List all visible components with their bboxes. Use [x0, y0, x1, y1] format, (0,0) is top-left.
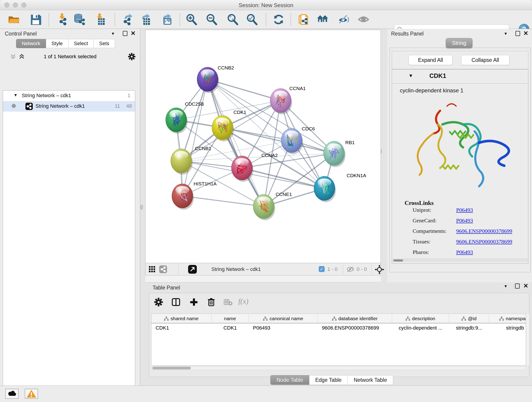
results-hscrollbar[interactable] — [393, 259, 528, 262]
node-CCNB1[interactable] — [171, 149, 193, 175]
node-label-CCNE1: CCNE1 — [276, 191, 292, 197]
table-cell[interactable]: stringdb:9... — [449, 323, 489, 332]
table-hscrollbar-thumb[interactable] — [152, 367, 191, 370]
gene-section-header[interactable]: ▼ CDK1 — [392, 70, 528, 84]
detach-view-icon[interactable] — [188, 265, 197, 274]
node-CDC25B[interactable] — [166, 108, 188, 134]
expand-all-button[interactable]: Expand All — [409, 55, 452, 65]
selected-nodes-checkbox[interactable]: ✓ — [319, 266, 325, 272]
tab-network[interactable]: Network — [16, 39, 46, 48]
column-header-description[interactable]: description — [392, 314, 449, 323]
control-panel-close-icon[interactable]: ✕ — [131, 31, 136, 36]
tab-node-table[interactable]: Node Table — [270, 375, 309, 385]
edge-CCNB2-CCNE1[interactable] — [208, 79, 264, 206]
tab-style[interactable]: Style — [46, 39, 69, 48]
network-options-gear-icon[interactable] — [128, 53, 136, 61]
collection-expander-icon[interactable]: ▼ — [13, 93, 18, 98]
table-cell[interactable]: 9606.ENSP00000378699 — [318, 323, 392, 332]
edge-CDK1-RB1[interactable] — [222, 128, 334, 153]
node-CDK1[interactable] — [212, 115, 234, 141]
hide-selected-icon[interactable] — [337, 13, 350, 26]
column-header-namespace[interactable]: namespace — [489, 314, 526, 323]
delete-column-trash-icon[interactable] — [207, 298, 216, 307]
column-header-canonicalname[interactable]: canonical name — [249, 314, 318, 323]
node-CDKN1A[interactable] — [314, 176, 336, 202]
gene-description: cyclin-dependent kinase 1 — [400, 87, 463, 94]
open-session-icon[interactable] — [7, 13, 20, 26]
node-HIST1H1A[interactable] — [172, 184, 194, 210]
column-header-name[interactable]: name — [211, 314, 249, 323]
results-hscrollbar-thumb[interactable] — [393, 259, 403, 262]
table-options-gear-icon[interactable] — [154, 298, 163, 307]
add-column-icon[interactable] — [189, 298, 198, 307]
network-row-selected[interactable]: String Network – cdk1 11 48 — [3, 101, 135, 112]
show-columns-icon[interactable] — [171, 298, 181, 307]
results-panel-menu-icon[interactable]: ▾ — [505, 31, 507, 36]
edge-CCNB2-HIST1H1A[interactable] — [182, 79, 208, 196]
node-CCNE1[interactable] — [253, 194, 275, 220]
table-panel-close-icon[interactable]: ✕ — [523, 283, 528, 288]
gene-expander-icon[interactable]: ▼ — [409, 73, 413, 78]
tab-edge-table[interactable]: Edge Table — [309, 375, 348, 385]
tab-network-table[interactable]: Network Table — [348, 375, 393, 385]
results-panel-float-icon[interactable] — [515, 31, 520, 36]
column-header-sharedname[interactable]: shared name — [152, 314, 211, 323]
share-view-icon[interactable] — [159, 265, 167, 273]
cloud-button[interactable] — [5, 389, 19, 399]
table-hscrollbar[interactable] — [151, 366, 526, 370]
table-cell[interactable]: cyclin-dependent ... — [392, 323, 449, 332]
show-all-networks-icon[interactable] — [316, 13, 329, 26]
edge-CCNE1-HIST1H1A[interactable] — [182, 196, 264, 206]
node-label-CDK1: CDK1 — [234, 109, 246, 115]
crosslink-link[interactable]: 9606.ENSP00000378699 — [456, 239, 512, 245]
node-CCNA2[interactable] — [231, 156, 253, 182]
results-panel-close-icon[interactable]: ✕ — [523, 31, 528, 36]
tab-select[interactable]: Select — [69, 39, 94, 48]
function-builder-icon[interactable]: f(x) — [238, 297, 248, 306]
zoom-selected-icon[interactable] — [245, 13, 259, 26]
export-network-icon[interactable] — [122, 13, 135, 26]
import-network-database-icon[interactable] — [73, 13, 86, 26]
network-canvas[interactable]: CCNB2CCNA1CDC25BCDK1CDC6RB1CCNB1CCNA2CDK… — [145, 30, 381, 263]
node-CDC6[interactable] — [281, 128, 303, 154]
copy-style-icon[interactable] — [297, 13, 310, 26]
node-table[interactable]: shared namenamecanonical namedatabase id… — [151, 313, 526, 366]
apply-layout-icon[interactable] — [272, 13, 285, 26]
table-cell[interactable]: CDK1 — [152, 323, 211, 332]
table-cell[interactable]: stringdb — [489, 323, 526, 332]
table-cell[interactable]: CDK1 — [211, 323, 249, 332]
crosslink-link[interactable]: P06493 — [456, 249, 473, 255]
hidden-eye-icon[interactable] — [346, 266, 355, 273]
left-splitter-handle[interactable] — [140, 205, 143, 210]
crosslink-link[interactable]: P06493 — [456, 207, 473, 213]
collapse-all-button[interactable]: Collapse All — [461, 55, 509, 65]
zoom-in-icon[interactable] — [185, 13, 198, 26]
table-vscrollbar[interactable] — [526, 313, 529, 366]
birdseye-crosshair-icon[interactable] — [375, 265, 384, 274]
table-panel-menu-icon[interactable]: ▾ — [505, 283, 507, 289]
export-image-icon[interactable] — [160, 13, 173, 26]
import-network-file-icon[interactable] — [56, 13, 69, 26]
crosslink-link[interactable]: P06493 — [456, 217, 473, 224]
column-header-databaseidentifier[interactable]: database identifier — [318, 314, 392, 323]
control-panel-float-icon[interactable] — [123, 31, 127, 36]
zoom-fit-icon[interactable] — [226, 13, 239, 26]
column-header-id[interactable]: @id — [449, 314, 489, 323]
node-RB1[interactable] — [323, 141, 346, 167]
tab-string[interactable]: String — [446, 38, 472, 48]
node-CCNA1[interactable] — [270, 89, 292, 114]
warnings-button[interactable] — [25, 389, 38, 399]
table-panel-float-icon[interactable] — [515, 283, 520, 288]
import-table-icon[interactable] — [93, 13, 107, 26]
control-panel-menu-icon[interactable]: ▾ — [112, 31, 114, 36]
show-eye-icon[interactable] — [357, 13, 370, 26]
table-cell[interactable]: P06493 — [249, 323, 318, 332]
zoom-out-icon[interactable] — [205, 13, 218, 26]
delete-table-icon[interactable] — [224, 298, 233, 306]
crosslink-link[interactable]: 9606.ENSP00000378699 — [456, 228, 512, 234]
grid-view-icon[interactable] — [149, 266, 156, 273]
tab-sets[interactable]: Sets — [94, 39, 115, 48]
save-session-icon[interactable] — [29, 13, 42, 26]
network-collection-row[interactable]: ▼ String Network – cdk1 1 — [3, 90, 135, 101]
export-table-icon[interactable] — [139, 13, 152, 26]
